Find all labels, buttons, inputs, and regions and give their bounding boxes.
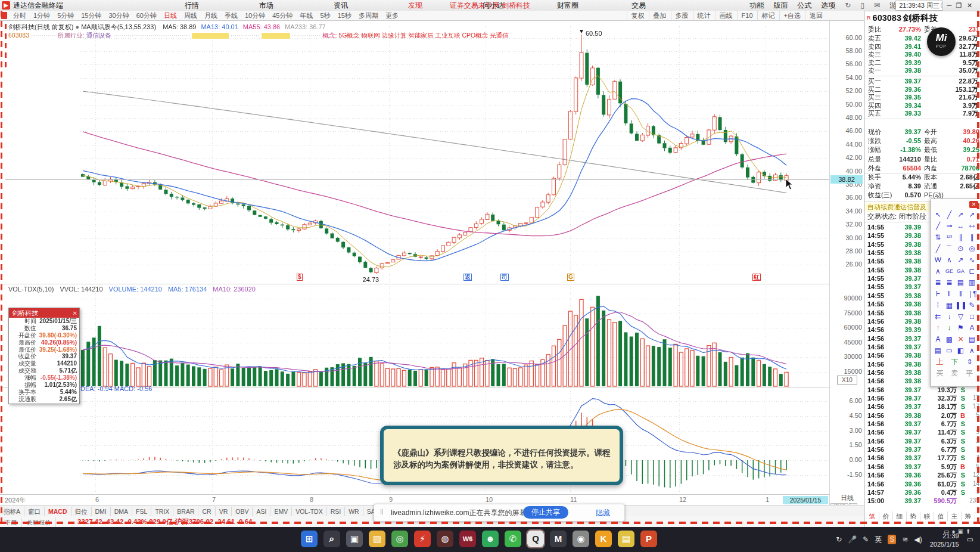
tool-统计[interactable]: 统计	[693, 11, 715, 20]
menu-item-公式[interactable]: 公式	[797, 1, 811, 10]
drawing-tool-icon[interactable]: ⇿	[966, 221, 978, 232]
indicator-tab-VOL-TDX[interactable]: VOL-TDX	[292, 507, 327, 517]
concept-values[interactable]: 5G概念 物联网 边缘计算 智能家居 工业互联 CPO概念 光通信	[338, 32, 508, 39]
tool-画线[interactable]: 画线	[715, 11, 737, 20]
drawing-tool-icon[interactable]: ⊏	[966, 266, 978, 277]
drawing-tool-icon[interactable]: ≣	[944, 277, 955, 289]
tool-返回[interactable]: 返回	[805, 11, 827, 20]
period-60分钟[interactable]: 60分钟	[133, 11, 160, 20]
drawing-tool-icon[interactable]: ⇅	[932, 232, 944, 243]
period-年线[interactable]: 年线	[297, 11, 317, 20]
menu-item-市场[interactable]: 市场	[253, 1, 279, 10]
panel-tab-价[interactable]: 价	[879, 511, 893, 521]
period-周线[interactable]: 周线	[181, 11, 201, 20]
bid-row[interactable]: 买三39.3521.6万	[864, 94, 980, 102]
tdx-icon[interactable]: ⚡	[414, 531, 431, 547]
menu-item-发现[interactable]: 发现	[402, 1, 428, 10]
drawing-tool-icon[interactable]: ≣	[932, 277, 944, 289]
indicator-tab-窗口[interactable]: 窗口	[24, 507, 45, 517]
bid-row[interactable]: 买二39.36153.1万	[864, 86, 980, 94]
indicator-tab-RSI[interactable]: RSI	[327, 507, 346, 517]
drawing-tool-icon[interactable]: ▩	[944, 334, 955, 345]
indicator-tab-DMI[interactable]: DMI	[92, 507, 111, 517]
restore-button[interactable]: ❐	[954, 0, 963, 11]
drawing-tool-icon[interactable]: ⚑	[955, 322, 966, 334]
tool-+自选[interactable]: +自选	[779, 11, 805, 20]
drawing-tool-icon[interactable]: ⇇	[932, 311, 944, 322]
tool-标记[interactable]: 标记	[757, 11, 779, 20]
indicator-tab-BRAR[interactable]: BRAR	[173, 507, 198, 517]
indicator-tab-DMA[interactable]: DMA	[111, 507, 132, 517]
drawing-tool-icon[interactable]: ↖	[932, 209, 944, 221]
indicator-tab-EMV[interactable]: EMV	[270, 507, 292, 517]
popup-header[interactable]: 剑桥科技 ✕	[9, 308, 79, 318]
collapse-button[interactable]: 〈	[935, 0, 944, 11]
stop-share-button[interactable]: 停止共享	[523, 506, 568, 519]
period-10分钟[interactable]: 10分钟	[241, 11, 269, 20]
drawing-tool-icon[interactable]: ◧	[955, 345, 966, 356]
period-日线[interactable]: 日线	[160, 11, 181, 20]
tool-复权[interactable]: 复权	[627, 11, 649, 20]
menubar-icon-0[interactable]: ↻	[845, 1, 851, 10]
period-45分钟[interactable]: 45分钟	[269, 11, 296, 20]
drawing-tool-icon[interactable]: GA	[955, 266, 966, 277]
explorer-icon[interactable]: ▨	[369, 531, 385, 547]
bid-row[interactable]: 买一39.3722.8万	[864, 77, 980, 86]
drawing-tool-icon[interactable]: ⇕	[962, 356, 977, 368]
period-1分钟[interactable]: 1分钟	[30, 11, 54, 20]
drawing-tool-icon[interactable]: ▤	[932, 345, 944, 356]
indicator-tab-指标A[interactable]: 指标A	[0, 507, 24, 517]
ask-row[interactable]: 卖五39.4229.6万	[864, 35, 980, 43]
drawing-tool-icon[interactable]: ▽	[955, 311, 966, 322]
drawing-tool-icon[interactable]: A	[932, 334, 944, 345]
tray-icon2-1[interactable]: ◀)	[914, 529, 922, 550]
indicator-tab-VR[interactable]: VR	[216, 507, 232, 517]
drawing-tool-icon[interactable]: ▤	[955, 277, 966, 289]
menubar-icon-2[interactable]: ✉	[874, 1, 880, 10]
period-更多[interactable]: 更多	[382, 11, 402, 20]
drawing-tool-icon[interactable]: ‖	[944, 289, 955, 300]
drawing-tool-icon[interactable]: ▭	[944, 345, 955, 356]
drawing-tool-icon[interactable]: 卖	[947, 368, 962, 379]
drawing-tool-icon[interactable]: ∥	[966, 232, 978, 243]
tool-叠加[interactable]: 叠加	[649, 11, 671, 20]
panel-tab-主[interactable]: 主	[948, 511, 962, 521]
bid-row[interactable]: 买五39.337.9万	[864, 110, 980, 118]
drawing-tool-icon[interactable]: ❚❚	[955, 300, 966, 311]
wechat-icon[interactable]: ✆	[505, 531, 521, 547]
period-5分钟[interactable]: 5分钟	[54, 11, 77, 20]
search-icon[interactable]: ⌕	[323, 531, 340, 547]
tray-badge[interactable]: S	[888, 535, 896, 544]
tool-多股[interactable]: 多股	[671, 11, 693, 20]
industry-value[interactable]: 通信设备	[86, 32, 111, 39]
mi-icon[interactable]: M	[550, 531, 567, 547]
panel-tab-势[interactable]: 势	[907, 511, 920, 521]
drawing-tool-icon[interactable]: ╱	[944, 209, 955, 221]
drawing-tool-icon[interactable]: ∥	[955, 232, 966, 243]
menu-item-功能[interactable]: 功能	[749, 1, 764, 10]
event-marker-icon[interactable]: G	[567, 274, 574, 281]
ask-row[interactable]: 卖一39.3835.0万	[864, 67, 980, 75]
drawing-tool-icon[interactable]: ⊙	[955, 243, 966, 255]
drawing-tool-icon[interactable]: ∧	[944, 255, 955, 266]
panel-tab-笔[interactable]: 笔	[866, 511, 879, 521]
mini-icon-2[interactable]: ▣	[958, 528, 963, 535]
drawing-tool-icon[interactable]: ❘¶	[966, 289, 978, 300]
minimize-button[interactable]: ─	[945, 0, 954, 11]
drawing-tool-icon[interactable]: ╱	[932, 221, 944, 232]
indicator-tab-ASI[interactable]: ASI	[253, 507, 270, 517]
period-多周期[interactable]: 多周期	[355, 11, 382, 20]
drawing-tool-icon[interactable]: ▤	[966, 334, 978, 345]
drawing-tool-icon[interactable]: ∧	[932, 266, 944, 277]
period-indicator[interactable]: 日线	[830, 494, 864, 503]
app-dark-icon[interactable]: ◍	[437, 531, 453, 547]
event-marker-icon[interactable]: $	[297, 274, 303, 281]
period-月线[interactable]: 月线	[201, 11, 221, 20]
period-分时[interactable]: 分时	[10, 11, 30, 20]
menubar-icon-1[interactable]: ▯	[860, 1, 864, 10]
drawing-tool-icon[interactable]: ↗	[966, 209, 978, 221]
menu-item-交易[interactable]: 交易	[626, 1, 652, 10]
mini-icon-3[interactable]: ⬆	[966, 528, 970, 535]
mini-icon-1[interactable]: ●	[951, 528, 955, 535]
close-icon[interactable]: ✕	[73, 309, 77, 318]
